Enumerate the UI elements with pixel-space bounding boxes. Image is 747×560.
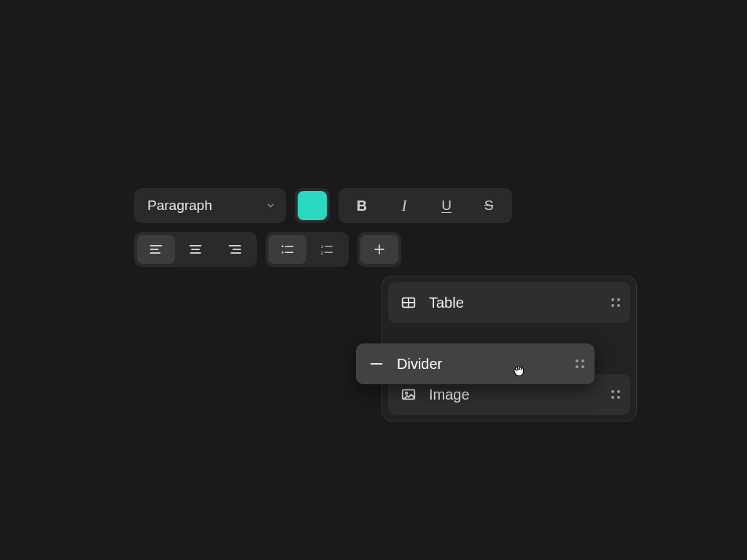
underline-button[interactable]: U: [426, 191, 467, 220]
drag-handle-icon[interactable]: [611, 390, 620, 399]
numbered-list-button[interactable]: 12: [308, 235, 346, 264]
table-icon: [398, 295, 419, 311]
strikethrough-button[interactable]: S: [468, 191, 509, 220]
bold-button[interactable]: B: [341, 191, 382, 220]
drag-handle-icon[interactable]: [576, 359, 584, 368]
plus-icon: [372, 242, 387, 257]
align-right-icon: [228, 242, 242, 257]
drag-handle-icon[interactable]: [611, 298, 620, 307]
text-format-group: B I U S: [338, 188, 512, 223]
list-group: 12: [266, 232, 349, 267]
svg-point-23: [406, 392, 408, 394]
align-center-button[interactable]: [177, 235, 214, 264]
add-block-button[interactable]: [360, 235, 398, 264]
numbered-list-icon: 12: [320, 242, 334, 257]
insert-menu-label: Table: [429, 295, 611, 311]
bullet-list-icon: [280, 242, 295, 257]
alignment-group: [134, 232, 257, 267]
align-right-button[interactable]: [216, 235, 254, 264]
image-icon: [398, 386, 419, 402]
insert-menu-item-divider-dragging[interactable]: Divider: [356, 343, 595, 384]
insert-menu-label: Divider: [397, 356, 576, 373]
italic-button[interactable]: I: [384, 191, 425, 220]
svg-point-9: [282, 246, 284, 248]
text-color-swatch[interactable]: [298, 191, 327, 220]
align-center-icon: [188, 242, 203, 257]
align-left-button[interactable]: [137, 235, 175, 264]
insert-group: [357, 232, 401, 267]
block-type-label: Paragraph: [147, 198, 212, 214]
bullet-list-button[interactable]: [268, 235, 306, 264]
block-type-select[interactable]: Paragraph: [134, 188, 286, 223]
align-left-icon: [149, 242, 163, 257]
formatting-toolbar: Paragraph B I U S: [134, 188, 512, 276]
svg-point-11: [282, 252, 284, 254]
svg-text:2: 2: [321, 251, 323, 255]
insert-menu-label: Image: [429, 386, 611, 403]
divider-icon: [366, 356, 387, 372]
svg-text:1: 1: [321, 244, 323, 249]
color-swatch-wrap[interactable]: [295, 188, 330, 223]
insert-menu-item-table[interactable]: Table: [388, 282, 630, 323]
chevron-down-icon: [266, 201, 276, 211]
